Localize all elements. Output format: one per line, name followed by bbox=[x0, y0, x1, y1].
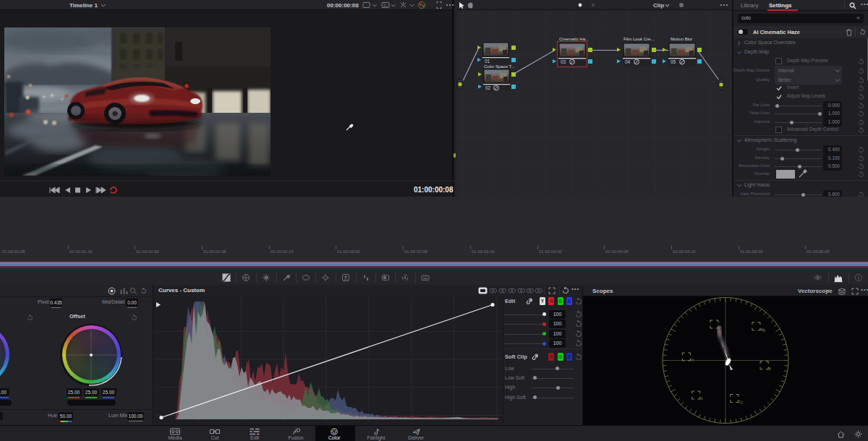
svg-text:Cinematic Ha...: Cinematic Ha... bbox=[559, 37, 589, 41]
svg-text:02: 02 bbox=[485, 85, 491, 90]
svg-text:01: 01 bbox=[485, 59, 490, 64]
svg-text:Motion Blur: Motion Blur bbox=[671, 37, 692, 41]
svg-text:B: B bbox=[769, 367, 771, 371]
svg-text:Cy: Cy bbox=[739, 401, 743, 404]
svg-text:Mg: Mg bbox=[760, 328, 765, 332]
svg-text:04: 04 bbox=[625, 59, 631, 64]
svg-text:Clip: Clip bbox=[653, 2, 664, 9]
svg-text:Color Space T...: Color Space T... bbox=[484, 64, 515, 69]
svg-text:Film Look Cre...: Film Look Cre... bbox=[624, 37, 655, 41]
svg-text:Yl: Yl bbox=[691, 359, 694, 362]
svg-text:05: 05 bbox=[671, 59, 676, 64]
svg-text:03: 03 bbox=[561, 59, 566, 64]
svg-text:G: G bbox=[700, 397, 703, 401]
